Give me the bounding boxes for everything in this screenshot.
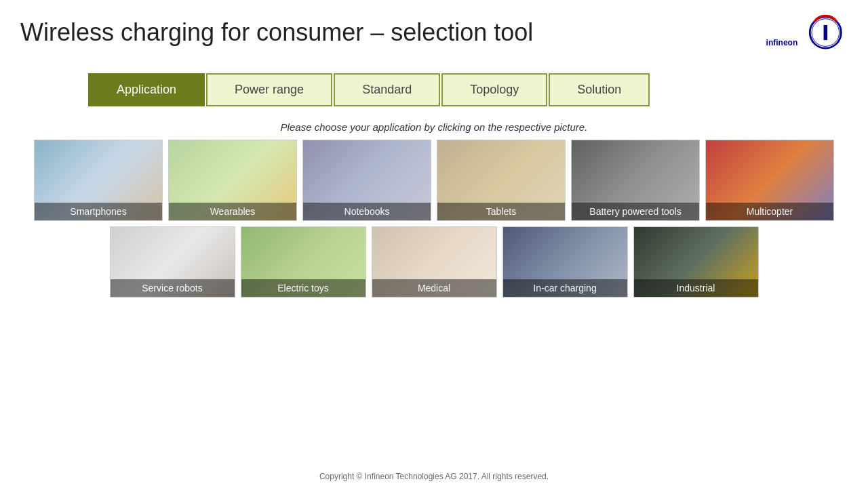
tab-topology[interactable]: Topology xyxy=(441,73,547,106)
copyright-text: Copyright © Infineon Technologies AG 201… xyxy=(319,472,549,481)
app-grid-row1: Smartphones Wearables Notebooks Tablets … xyxy=(0,140,868,221)
instruction-text: Please choose your application by clicki… xyxy=(0,121,868,133)
infineon-logo: infineon xyxy=(760,12,848,53)
app-card-notebooks[interactable]: Notebooks xyxy=(302,140,431,221)
app-grid-row2: Service robots Electric toys Medical In-… xyxy=(0,226,868,298)
card-label-industrial: Industrial xyxy=(634,279,758,297)
card-label-electric-toys: Electric toys xyxy=(241,279,366,297)
app-card-smartphones[interactable]: Smartphones xyxy=(34,140,163,221)
app-card-battery-tools[interactable]: Battery powered tools xyxy=(571,140,700,221)
app-card-medical[interactable]: Medical xyxy=(372,226,497,298)
app-card-wearables[interactable]: Wearables xyxy=(168,140,297,221)
card-label-battery-tools: Battery powered tools xyxy=(572,203,699,220)
card-label-tablets: Tablets xyxy=(437,203,565,220)
card-label-multicopter: Multicopter xyxy=(706,203,833,220)
header: Wireless charging for consumer – selecti… xyxy=(0,0,868,60)
tab-standard[interactable]: Standard xyxy=(334,73,440,106)
svg-rect-2 xyxy=(824,24,828,39)
card-label-notebooks: Notebooks xyxy=(303,203,431,220)
svg-text:infineon: infineon xyxy=(766,38,798,47)
app-card-in-car[interactable]: In-car charging xyxy=(502,226,628,298)
logo-svg: infineon xyxy=(763,14,844,52)
app-card-industrial[interactable]: Industrial xyxy=(633,226,759,298)
app-card-electric-toys[interactable]: Electric toys xyxy=(241,226,366,298)
tab-application[interactable]: Application xyxy=(88,73,205,106)
app-card-tablets[interactable]: Tablets xyxy=(437,140,566,221)
card-label-smartphones: Smartphones xyxy=(35,203,162,220)
tab-solution[interactable]: Solution xyxy=(549,73,650,106)
tabs-row: ApplicationPower rangeStandardTopologySo… xyxy=(0,60,868,113)
app-card-service-robots[interactable]: Service robots xyxy=(110,226,235,298)
card-label-medical: Medical xyxy=(372,279,496,297)
page-title: Wireless charging for consumer – selecti… xyxy=(20,18,533,47)
card-label-in-car: In-car charging xyxy=(503,279,627,297)
tab-power-range[interactable]: Power range xyxy=(206,73,332,106)
app-card-multicopter[interactable]: Multicopter xyxy=(705,140,834,221)
card-label-service-robots: Service robots xyxy=(111,279,235,297)
card-label-wearables: Wearables xyxy=(169,203,296,220)
footer: Copyright © Infineon Technologies AG 201… xyxy=(0,472,868,481)
